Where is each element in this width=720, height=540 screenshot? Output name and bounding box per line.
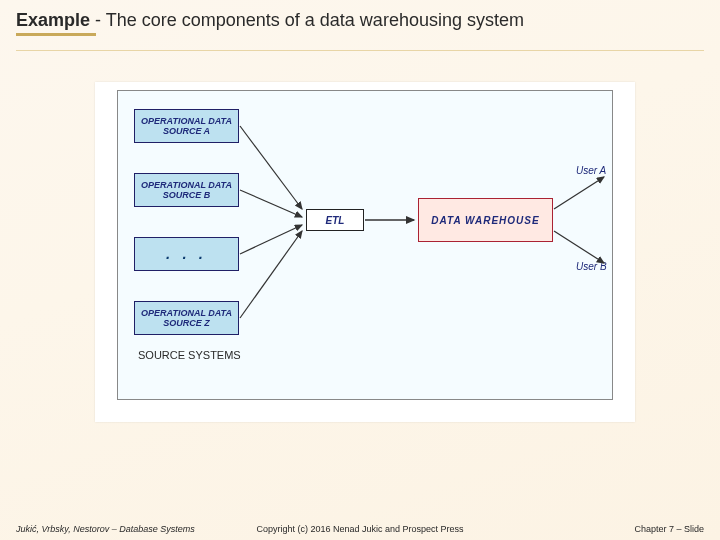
footer-right: Chapter 7 – Slide: [634, 524, 704, 534]
svg-line-3: [240, 231, 302, 318]
title-rest: - The core components of a data warehous…: [90, 10, 524, 30]
svg-line-1: [240, 190, 302, 217]
slide: Example - The core components of a data …: [0, 0, 720, 540]
footer-left: Jukić, Vrbsky, Nestorov – Database Syste…: [16, 524, 195, 534]
svg-line-5: [554, 177, 604, 209]
footer-mid: Copyright (c) 2016 Nenad Jukic and Prosp…: [256, 524, 463, 534]
title-underline: [16, 33, 96, 36]
title-bar: Example - The core components of a data …: [0, 0, 720, 36]
svg-line-6: [554, 231, 604, 263]
separator: [16, 50, 704, 51]
title-strong: Example: [16, 10, 90, 30]
svg-line-2: [240, 225, 302, 254]
diagram-container: OPERATIONAL DATA SOURCE A OPERATIONAL DA…: [95, 82, 635, 422]
diagram-panel: OPERATIONAL DATA SOURCE A OPERATIONAL DA…: [117, 90, 613, 400]
arrows-layer: [118, 91, 614, 401]
svg-line-0: [240, 126, 302, 209]
footer: Jukić, Vrbsky, Nestorov – Database Syste…: [0, 524, 720, 534]
